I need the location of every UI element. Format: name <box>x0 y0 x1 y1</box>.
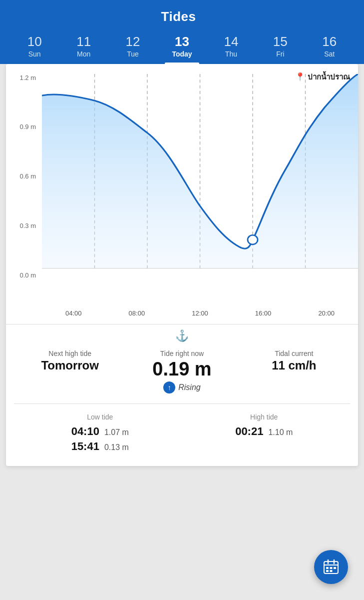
date-navigation: 10 Sun 11 Mon 12 Tue 13 Today 14 Thu 15 … <box>10 32 354 64</box>
rising-label: Rising <box>178 383 200 392</box>
low-tide-entry-1: 04:10 1.07 m <box>18 425 182 438</box>
y-label-06: 0.6 m <box>11 172 36 180</box>
y-label-09: 0.9 m <box>11 123 36 130</box>
date-item-sat[interactable]: 16 Sat <box>305 32 354 64</box>
low-tide-col: Low tide 04:10 1.07 m 15:41 0.13 m <box>18 413 182 455</box>
location-name: ปากน้ำปราณ <box>308 71 350 83</box>
date-item-fri[interactable]: 15 Fri <box>256 32 305 64</box>
low-tide-height-2: 0.13 m <box>104 443 129 452</box>
date-item-tue[interactable]: 12 Tue <box>108 32 157 64</box>
date-item-thu[interactable]: 14 Thu <box>207 32 256 64</box>
y-label-03: 0.3 m <box>11 222 36 230</box>
low-tide-height-1: 1.07 m <box>104 428 129 437</box>
y-label-00: 0.0 m <box>11 272 36 279</box>
tide-chart: 📍 ปากน้ำปราณ 1.2 m 0.9 m 0.6 m 0.3 m 0.0… <box>6 64 358 324</box>
x-label-12: 12:00 <box>168 310 232 317</box>
low-tide-time-1: 04:10 <box>71 425 99 438</box>
tide-times-row: Low tide 04:10 1.07 m 15:41 0.13 m High … <box>6 404 358 466</box>
tidal-current-label: Tidal current <box>238 350 350 358</box>
tide-now-value: 0.19 m <box>126 360 238 378</box>
svg-rect-22 <box>326 570 329 572</box>
svg-point-13 <box>248 235 258 244</box>
x-label-04: 04:00 <box>42 310 105 317</box>
x-axis-labels: 04:00 08:00 12:00 16:00 20:00 <box>42 310 358 317</box>
chart-svg-container <box>42 74 358 294</box>
app-header: Tides 10 Sun 11 <box>0 0 364 64</box>
calendar-fab-button[interactable] <box>314 550 348 584</box>
high-tide-height-1: 1.10 m <box>268 428 293 437</box>
next-high-tide-col: Next high tide Tomorrow <box>14 350 126 372</box>
low-tide-label: Low tide <box>18 413 182 421</box>
low-tide-time-2: 15:41 <box>71 440 99 453</box>
location-pin-icon: 📍 <box>295 72 305 82</box>
svg-rect-23 <box>330 570 333 572</box>
y-axis-labels: 1.2 m 0.9 m 0.6 m 0.3 m 0.0 m <box>11 74 36 294</box>
high-tide-time-1: 00:21 <box>235 425 263 438</box>
next-high-label: Next high tide <box>14 350 126 358</box>
date-item-today[interactable]: 13 Today <box>157 32 206 64</box>
date-item-mon[interactable]: 11 Mon <box>59 32 108 64</box>
x-label-08: 08:00 <box>105 310 169 317</box>
anchor-divider: ⚓ <box>6 324 358 344</box>
next-high-value: Tomorrow <box>14 360 126 372</box>
tidal-current-value: 11 cm/h <box>238 360 350 372</box>
tide-info-row: Next high tide Tomorrow Tide right now 0… <box>6 344 358 404</box>
rising-indicator: ↑ <box>163 382 175 394</box>
page-title: Tides <box>161 9 196 24</box>
high-tide-label: High tide <box>182 413 347 421</box>
x-label-20: 20:00 <box>295 310 358 317</box>
high-tide-col: High tide 00:21 1.10 m <box>182 413 347 455</box>
location-badge: 📍 ปากน้ำปราณ <box>295 71 350 83</box>
svg-rect-19 <box>326 567 329 569</box>
tide-now-col: Tide right now 0.19 m ↑ Rising <box>126 350 238 394</box>
high-tide-entry-1: 00:21 1.10 m <box>182 425 347 438</box>
low-tide-entry-2: 15:41 0.13 m <box>18 440 182 453</box>
date-item-sun[interactable]: 10 Sun <box>10 32 59 64</box>
main-card: 📍 ปากน้ำปราณ 1.2 m 0.9 m 0.6 m 0.3 m 0.0… <box>6 64 358 466</box>
x-label-16: 16:00 <box>232 310 295 317</box>
y-label-12: 1.2 m <box>11 74 36 82</box>
tidal-current-col: Tidal current 11 cm/h <box>238 350 350 372</box>
anchor-icon: ⚓ <box>175 330 189 342</box>
svg-rect-20 <box>330 567 333 569</box>
tide-now-label: Tide right now <box>126 350 238 358</box>
svg-rect-21 <box>334 567 336 569</box>
